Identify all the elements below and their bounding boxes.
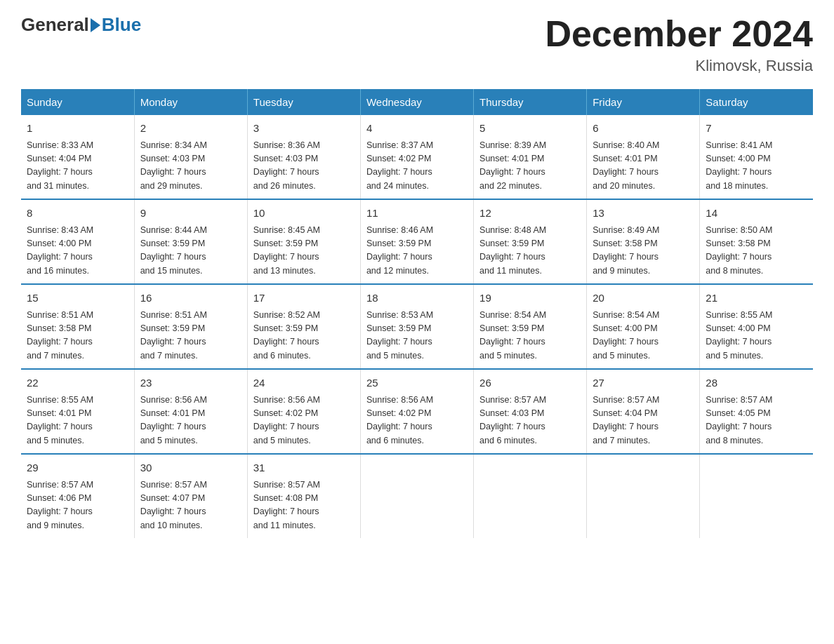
day-number: 18 (366, 290, 468, 307)
day-number: 3 (253, 121, 355, 137)
header-tuesday: Tuesday (247, 89, 360, 115)
day-info: Sunrise: 8:34 AM Sunset: 4:03 PM Dayligh… (140, 139, 241, 194)
day-info: Sunrise: 8:55 AM Sunset: 4:00 PM Dayligh… (706, 309, 807, 363)
calendar-cell: 7Sunrise: 8:41 AM Sunset: 4:00 PM Daylig… (700, 115, 813, 199)
day-number: 5 (479, 121, 581, 137)
day-number: 27 (593, 375, 694, 391)
day-number: 26 (479, 375, 581, 391)
calendar-cell: 31Sunrise: 8:57 AM Sunset: 4:08 PM Dayli… (247, 454, 360, 538)
calendar-cell: 19Sunrise: 8:54 AM Sunset: 3:59 PM Dayli… (474, 284, 587, 369)
day-info: Sunrise: 8:57 AM Sunset: 4:05 PM Dayligh… (706, 394, 807, 448)
calendar-cell: 8Sunrise: 8:43 AM Sunset: 4:00 PM Daylig… (21, 199, 134, 284)
day-number: 13 (593, 206, 694, 222)
calendar-cell (700, 454, 813, 538)
day-number: 17 (253, 290, 355, 307)
calendar-week-row: 8Sunrise: 8:43 AM Sunset: 4:00 PM Daylig… (21, 199, 813, 284)
day-info: Sunrise: 8:51 AM Sunset: 3:58 PM Dayligh… (27, 309, 128, 363)
day-info: Sunrise: 8:55 AM Sunset: 4:01 PM Dayligh… (27, 394, 128, 448)
calendar-header-row: SundayMondayTuesdayWednesdayThursdayFrid… (21, 89, 813, 115)
day-info: Sunrise: 8:51 AM Sunset: 3:59 PM Dayligh… (140, 309, 241, 363)
day-info: Sunrise: 8:50 AM Sunset: 3:58 PM Dayligh… (706, 224, 807, 279)
day-number: 20 (593, 290, 694, 307)
day-info: Sunrise: 8:57 AM Sunset: 4:03 PM Dayligh… (479, 394, 581, 448)
day-info: Sunrise: 8:54 AM Sunset: 4:00 PM Dayligh… (593, 309, 694, 363)
calendar-cell: 10Sunrise: 8:45 AM Sunset: 3:59 PM Dayli… (247, 199, 360, 284)
day-info: Sunrise: 8:56 AM Sunset: 4:02 PM Dayligh… (366, 394, 468, 448)
day-info: Sunrise: 8:43 AM Sunset: 4:00 PM Dayligh… (27, 224, 128, 279)
calendar-cell: 17Sunrise: 8:52 AM Sunset: 3:59 PM Dayli… (247, 284, 360, 369)
calendar-cell: 6Sunrise: 8:40 AM Sunset: 4:01 PM Daylig… (587, 115, 700, 199)
day-info: Sunrise: 8:56 AM Sunset: 4:01 PM Dayligh… (140, 394, 241, 448)
day-number: 11 (366, 206, 468, 222)
calendar-table: SundayMondayTuesdayWednesdayThursdayFrid… (21, 89, 813, 538)
calendar-cell: 29Sunrise: 8:57 AM Sunset: 4:06 PM Dayli… (21, 454, 134, 538)
calendar-cell: 1Sunrise: 8:33 AM Sunset: 4:04 PM Daylig… (21, 115, 134, 199)
day-number: 16 (140, 290, 241, 307)
calendar-cell: 26Sunrise: 8:57 AM Sunset: 4:03 PM Dayli… (474, 369, 587, 454)
main-title: December 2024 (545, 14, 813, 54)
calendar-cell (474, 454, 587, 538)
logo: General Blue (21, 14, 141, 36)
day-number: 30 (140, 460, 241, 476)
calendar-cell: 21Sunrise: 8:55 AM Sunset: 4:00 PM Dayli… (700, 284, 813, 369)
day-number: 1 (27, 121, 128, 137)
day-number: 19 (479, 290, 581, 307)
day-number: 8 (27, 206, 128, 222)
header-monday: Monday (134, 89, 247, 115)
calendar-cell: 11Sunrise: 8:46 AM Sunset: 3:59 PM Dayli… (360, 199, 473, 284)
calendar-cell: 15Sunrise: 8:51 AM Sunset: 3:58 PM Dayli… (21, 284, 134, 369)
day-number: 9 (140, 206, 241, 222)
header-thursday: Thursday (474, 89, 587, 115)
header-saturday: Saturday (700, 89, 813, 115)
calendar-cell: 22Sunrise: 8:55 AM Sunset: 4:01 PM Dayli… (21, 369, 134, 454)
logo-arrow-icon (91, 18, 100, 32)
calendar-cell: 30Sunrise: 8:57 AM Sunset: 4:07 PM Dayli… (134, 454, 247, 538)
calendar-cell: 24Sunrise: 8:56 AM Sunset: 4:02 PM Dayli… (247, 369, 360, 454)
calendar-cell: 23Sunrise: 8:56 AM Sunset: 4:01 PM Dayli… (134, 369, 247, 454)
day-info: Sunrise: 8:57 AM Sunset: 4:04 PM Dayligh… (593, 394, 694, 448)
day-info: Sunrise: 8:40 AM Sunset: 4:01 PM Dayligh… (593, 139, 694, 194)
logo-general-text: General (21, 14, 89, 36)
calendar-cell: 28Sunrise: 8:57 AM Sunset: 4:05 PM Dayli… (700, 369, 813, 454)
day-number: 29 (27, 460, 128, 476)
calendar-week-row: 22Sunrise: 8:55 AM Sunset: 4:01 PM Dayli… (21, 369, 813, 454)
calendar-cell: 2Sunrise: 8:34 AM Sunset: 4:03 PM Daylig… (134, 115, 247, 199)
day-info: Sunrise: 8:56 AM Sunset: 4:02 PM Dayligh… (253, 394, 355, 448)
day-info: Sunrise: 8:37 AM Sunset: 4:02 PM Dayligh… (366, 139, 468, 194)
day-number: 21 (706, 290, 807, 307)
day-number: 7 (706, 121, 807, 137)
day-info: Sunrise: 8:33 AM Sunset: 4:04 PM Dayligh… (27, 139, 128, 194)
day-info: Sunrise: 8:45 AM Sunset: 3:59 PM Dayligh… (253, 224, 355, 279)
calendar-cell: 14Sunrise: 8:50 AM Sunset: 3:58 PM Dayli… (700, 199, 813, 284)
day-info: Sunrise: 8:48 AM Sunset: 3:59 PM Dayligh… (479, 224, 581, 279)
day-info: Sunrise: 8:44 AM Sunset: 3:59 PM Dayligh… (140, 224, 241, 279)
day-info: Sunrise: 8:57 AM Sunset: 4:06 PM Dayligh… (27, 478, 128, 533)
day-number: 31 (253, 460, 355, 476)
calendar-cell: 3Sunrise: 8:36 AM Sunset: 4:03 PM Daylig… (247, 115, 360, 199)
day-info: Sunrise: 8:49 AM Sunset: 3:58 PM Dayligh… (593, 224, 694, 279)
calendar-cell: 9Sunrise: 8:44 AM Sunset: 3:59 PM Daylig… (134, 199, 247, 284)
calendar-cell: 27Sunrise: 8:57 AM Sunset: 4:04 PM Dayli… (587, 369, 700, 454)
day-number: 28 (706, 375, 807, 391)
day-number: 23 (140, 375, 241, 391)
title-section: December 2024 Klimovsk, Russia (545, 14, 813, 75)
day-info: Sunrise: 8:36 AM Sunset: 4:03 PM Dayligh… (253, 139, 355, 194)
calendar-week-row: 29Sunrise: 8:57 AM Sunset: 4:06 PM Dayli… (21, 454, 813, 538)
day-number: 25 (366, 375, 468, 391)
day-number: 24 (253, 375, 355, 391)
calendar-cell: 25Sunrise: 8:56 AM Sunset: 4:02 PM Dayli… (360, 369, 473, 454)
day-info: Sunrise: 8:41 AM Sunset: 4:00 PM Dayligh… (706, 139, 807, 194)
day-number: 12 (479, 206, 581, 222)
calendar-cell: 12Sunrise: 8:48 AM Sunset: 3:59 PM Dayli… (474, 199, 587, 284)
header-sunday: Sunday (21, 89, 134, 115)
day-number: 14 (706, 206, 807, 222)
day-info: Sunrise: 8:57 AM Sunset: 4:08 PM Dayligh… (253, 478, 355, 533)
calendar-cell: 18Sunrise: 8:53 AM Sunset: 3:59 PM Dayli… (360, 284, 473, 369)
calendar-cell: 20Sunrise: 8:54 AM Sunset: 4:00 PM Dayli… (587, 284, 700, 369)
day-info: Sunrise: 8:57 AM Sunset: 4:07 PM Dayligh… (140, 478, 241, 533)
day-number: 6 (593, 121, 694, 137)
calendar-cell: 4Sunrise: 8:37 AM Sunset: 4:02 PM Daylig… (360, 115, 473, 199)
calendar-week-row: 1Sunrise: 8:33 AM Sunset: 4:04 PM Daylig… (21, 115, 813, 199)
day-info: Sunrise: 8:53 AM Sunset: 3:59 PM Dayligh… (366, 309, 468, 363)
logo-blue-text: Blue (102, 14, 141, 36)
